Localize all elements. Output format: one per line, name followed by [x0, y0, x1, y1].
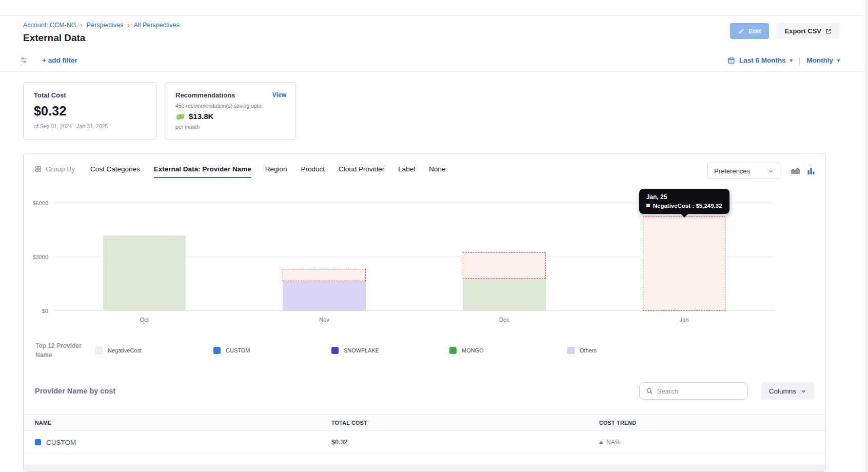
breadcrumb-separator: ›	[127, 21, 129, 29]
columns-button[interactable]: Columns	[761, 382, 814, 400]
tab-region[interactable]: Region	[265, 165, 287, 178]
main-panel: Group By Cost CategoriesExternal Data: P…	[23, 153, 826, 472]
legend-item-custom[interactable]: CUSTOM	[213, 347, 331, 354]
edit-button[interactable]: Edit	[730, 23, 770, 39]
chevron-down-icon	[768, 168, 774, 174]
bar-segment-mongo[interactable]	[463, 279, 545, 311]
bar-segment-negativecost[interactable]	[283, 269, 365, 282]
legend-label: CUSTOM	[226, 347, 250, 353]
chevron-down-icon: ▾	[837, 57, 840, 63]
tab-cost-categories[interactable]: Cost Categories	[90, 165, 140, 178]
bar-segment-mongo[interactable]	[103, 235, 186, 311]
provider-table: NAME TOTAL COST COST TREND CUSTOM$0.32NA…	[24, 414, 825, 454]
money-icon	[175, 112, 185, 120]
chart-type-toggle	[791, 167, 815, 175]
tab-external-data-provider-name[interactable]: External Data: Provider Name	[154, 165, 251, 178]
chart-category-dec: Dec	[415, 190, 595, 311]
bar-oct[interactable]	[103, 235, 186, 311]
table-body: CUSTOM$0.32NA%	[24, 431, 825, 454]
next-row-strip	[24, 465, 825, 471]
legend-item-snowflake[interactable]: SNOWFLAKE	[331, 347, 449, 354]
total-cost-period: of Sep 01, 2024 - Jan 31, 2025	[34, 123, 146, 129]
granularity-dropdown[interactable]: Monthly	[806, 56, 833, 64]
row-name-cell: CUSTOM	[35, 439, 331, 446]
bar-segment-negativecost[interactable]	[643, 217, 725, 311]
perspective-page: Account: CCM-NG›Perspectives›All Perspec…	[0, 0, 868, 472]
tooltip-value-line: NegativeCost : $5,249.32	[646, 203, 722, 209]
savings-amount: $13.8K	[189, 112, 213, 121]
legend-items: NegativeCostCUSTOMSNOWFLAKEMONGOOthers	[95, 347, 685, 354]
breadcrumb-item[interactable]: Perspectives	[87, 22, 124, 29]
breadcrumb-item[interactable]: Account: CCM-NG	[23, 22, 76, 29]
page-header: Account: CCM-NG›Perspectives›All Perspec…	[0, 16, 868, 49]
calendar-icon	[727, 56, 735, 64]
row-total-cost: $0.32	[331, 439, 599, 446]
time-range-dropdown[interactable]: Last 6 Months	[739, 56, 786, 64]
row-swatch-icon	[35, 439, 41, 445]
total-cost-value: $0.32	[34, 104, 146, 119]
tooltip-title: Jan, 25	[646, 193, 722, 201]
chart-options: Preferences	[707, 163, 815, 179]
legend-label: MONGO	[462, 347, 484, 353]
chevron-down-icon: ▾	[790, 57, 793, 63]
total-cost-title: Total Cost	[34, 91, 146, 99]
search-input[interactable]	[657, 387, 747, 395]
chart-tooltip: Jan, 25NegativeCost : $5,249.32	[639, 189, 729, 214]
col-header-total-cost: TOTAL COST	[331, 420, 599, 426]
bar-chart-icon[interactable]	[807, 167, 815, 175]
bar-jan[interactable]	[643, 217, 725, 311]
legend-item-negativecost[interactable]: NegativeCost	[95, 347, 213, 354]
chart-category-jan: JanJan, 25NegativeCost : $5,249.32	[594, 190, 774, 311]
trend-up-icon	[599, 441, 603, 444]
y-axis-tick-label: $3000	[32, 254, 48, 260]
y-axis-tick-label: $6000	[32, 200, 48, 206]
chart-category-oct: Oct	[54, 190, 234, 311]
tab-label[interactable]: Label	[398, 165, 415, 178]
export-csv-button[interactable]: Export CSV	[776, 23, 840, 39]
tab-none[interactable]: None	[429, 165, 445, 178]
divider: |	[799, 56, 801, 64]
bar-dec[interactable]	[463, 252, 545, 311]
x-axis-label: Jan	[594, 317, 774, 323]
total-cost-card: Total Cost $0.32 of Sep 01, 2024 - Jan 3…	[23, 82, 156, 140]
savings-period: per month	[175, 124, 285, 130]
bar-nov[interactable]	[283, 269, 365, 311]
legend-item-mongo[interactable]: MONGO	[449, 347, 567, 354]
tab-product[interactable]: Product	[301, 165, 325, 178]
pencil-icon	[738, 28, 744, 34]
cost-chart: $0$3000$6000OctNovDecJanJan, 25NegativeC…	[24, 190, 825, 327]
table-row[interactable]: CUSTOM$0.32NA%	[24, 431, 825, 454]
grid-icon	[35, 166, 42, 172]
legend-label: SNOWFLAKE	[344, 347, 379, 353]
legend-swatch-icon	[213, 347, 221, 354]
x-axis-label: Dec	[415, 317, 595, 323]
view-recommendations-link[interactable]: View	[272, 91, 286, 99]
table-title: Provider Name by cost	[35, 387, 115, 395]
scrollbar-track[interactable]	[866, 0, 868, 472]
recommendations-count: 450 recommendation(s) saving upto	[175, 103, 285, 109]
col-header-name: NAME	[35, 420, 331, 426]
chart-legend: Top 12 Provider Name NegativeCostCUSTOMS…	[24, 341, 825, 360]
bar-segment-negativecost[interactable]	[463, 252, 545, 279]
filter-bar: + add filter Last 6 Months ▾ | Monthly ▾	[0, 49, 868, 72]
filter-sliders-icon[interactable]	[19, 56, 28, 64]
preferences-dropdown[interactable]: Preferences	[707, 163, 780, 179]
col-header-cost-trend: COST TREND	[599, 420, 814, 426]
legend-swatch-icon	[331, 347, 339, 354]
summary-cards: Total Cost $0.32 of Sep 01, 2024 - Jan 3…	[23, 82, 296, 140]
legend-swatch-icon	[95, 347, 103, 354]
tab-cloud-provider[interactable]: Cloud Provider	[339, 165, 384, 178]
chart-category-nov: Nov	[234, 190, 415, 311]
table-search	[639, 382, 748, 400]
bar-segment-others[interactable]	[283, 281, 365, 311]
breadcrumb: Account: CCM-NG›Perspectives›All Perspec…	[23, 21, 840, 29]
legend-label: NegativeCost	[108, 347, 142, 353]
add-filter-button[interactable]: + add filter	[42, 56, 77, 64]
breadcrumb-item[interactable]: All Perspectives	[134, 22, 180, 29]
legend-swatch-icon	[449, 347, 457, 354]
group-by-row: Group By Cost CategoriesExternal Data: P…	[24, 153, 825, 185]
area-chart-icon[interactable]	[791, 167, 800, 175]
table-controls: Provider Name by cost Columns	[24, 382, 825, 400]
page-title: External Data	[23, 32, 840, 44]
legend-item-others[interactable]: Others	[567, 347, 685, 354]
